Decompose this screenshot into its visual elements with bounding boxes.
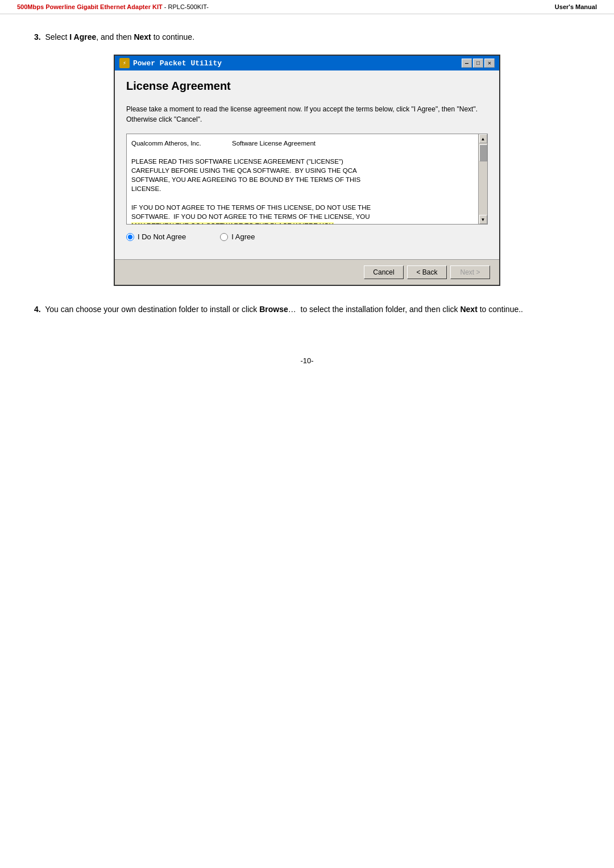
minimize-button[interactable]: —: [462, 59, 472, 68]
radio-do-not-agree[interactable]: I Do Not Agree: [126, 232, 186, 241]
page-content: 3. Select I Agree, and then Next to cont…: [0, 14, 614, 334]
scrollbar-thumb[interactable]: [479, 144, 487, 161]
radio-do-not-agree-input[interactable]: [126, 233, 134, 241]
scrollbar-track: [479, 163, 487, 215]
license-line-3: PLEASE READ THIS SOFTWARE LICENSE AGREEM…: [131, 157, 476, 166]
license-line-8: IF YOU DO NOT AGREE TO THE TERMS OF THIS…: [131, 203, 476, 212]
next-button[interactable]: Next >: [450, 265, 490, 279]
license-scrollbar[interactable]: ▲ ▼: [478, 134, 487, 224]
dialog-body: License Agreement Please take a moment t…: [115, 70, 499, 259]
radio-group: I Do Not Agree I Agree: [126, 232, 488, 241]
step3-bold2: Next: [134, 32, 151, 41]
close-button[interactable]: ✕: [484, 59, 495, 68]
step3-bold1: I Agree: [69, 32, 96, 41]
page-header: 500Mbps Powerline Gigabit Ethernet Adapt…: [0, 0, 614, 14]
model: - RPLC-500KIT-: [164, 3, 209, 10]
dialog-footer: Cancel < Back Next >: [115, 259, 499, 285]
page-number: -10-: [0, 356, 614, 365]
dialog-controls[interactable]: — □ ✕: [462, 59, 495, 68]
scrollbar-down-button[interactable]: ▼: [479, 215, 487, 224]
product-name: 500Mbps Powerline Gigabit Ethernet Adapt…: [17, 3, 163, 10]
cancel-button[interactable]: Cancel: [364, 265, 404, 279]
step4-bold-next: Next: [460, 305, 477, 314]
license-line-9: SOFTWARE. IF YOU DO NOT AGREE TO THE TER…: [131, 212, 476, 221]
product-info: 500Mbps Powerline Gigabit Ethernet Adapt…: [17, 3, 209, 10]
dialog-title: Power Packet Utility: [133, 59, 222, 68]
dialog-heading: License Agreement: [126, 80, 488, 93]
license-content: Qualcomm Atheros, Inc. Software License …: [127, 134, 487, 224]
license-line-7: [131, 194, 476, 203]
app-icon: ⚡: [119, 58, 130, 68]
dialog-intro: Please take a moment to read the license…: [126, 104, 488, 124]
license-line-2: [131, 148, 476, 157]
dialog-title-left: ⚡ Power Packet Utility: [119, 58, 222, 68]
dialog-titlebar: ⚡ Power Packet Utility — □ ✕: [115, 56, 499, 70]
license-line-10: MAY RETURN THE QCA SOFTWARE TO THE PLACE…: [131, 221, 476, 224]
scrollbar-up-button[interactable]: ▲: [479, 134, 487, 143]
dialog-window: ⚡ Power Packet Utility — □ ✕ License Agr…: [114, 55, 500, 286]
step4-bold-browse: Browse: [259, 305, 288, 314]
step3-instruction: 3. Select I Agree, and then Next to cont…: [34, 31, 580, 43]
license-textbox[interactable]: Qualcomm Atheros, Inc. Software License …: [126, 134, 488, 225]
radio-agree-input[interactable]: [220, 233, 228, 241]
back-button[interactable]: < Back: [407, 265, 447, 279]
license-line-1: Qualcomm Atheros, Inc. Software License …: [131, 139, 476, 148]
manual-title: User's Manual: [555, 3, 597, 10]
license-line-5: SOFTWARE, YOU ARE AGREEING TO BE BOUND B…: [131, 175, 476, 184]
license-line-4: CAREFULLY BEFORE USING THE QCA SOFTWARE.…: [131, 166, 476, 175]
radio-agree-label: I Agree: [231, 232, 255, 241]
step4-instruction: 4. You can choose your own destination f…: [34, 303, 580, 317]
radio-agree[interactable]: I Agree: [220, 232, 255, 241]
maximize-button[interactable]: □: [473, 59, 483, 68]
radio-do-not-agree-label: I Do Not Agree: [138, 232, 186, 241]
license-line-6: LICENSE.: [131, 184, 476, 193]
